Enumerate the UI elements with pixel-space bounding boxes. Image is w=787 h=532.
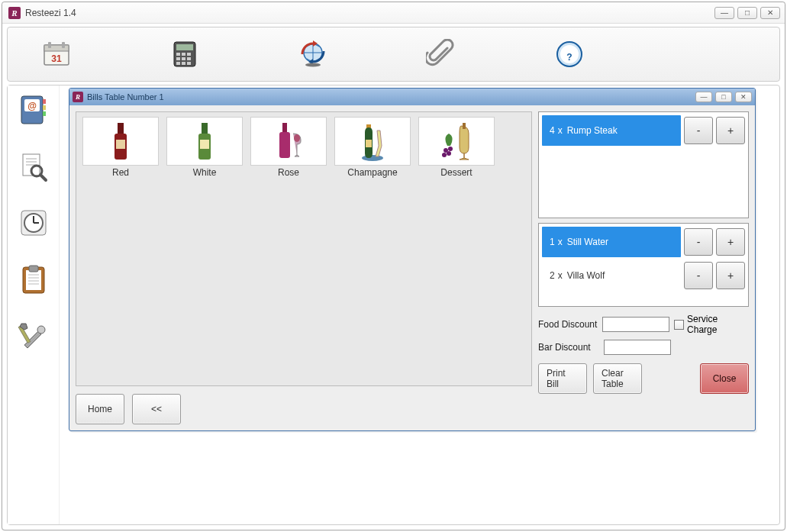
- window-controls: — □ ✕: [714, 7, 780, 19]
- child-titlebar: R Bills Table Number 1 — □ ✕: [69, 89, 755, 105]
- svg-rect-60: [463, 123, 466, 129]
- svg-rect-8: [182, 53, 185, 56]
- child-title: Bills Table Number 1: [87, 92, 695, 102]
- child-minimize-button[interactable]: —: [695, 92, 712, 102]
- svg-rect-59: [366, 140, 372, 147]
- clear-table-button[interactable]: Clear Table: [593, 363, 642, 394]
- search-document-icon[interactable]: [17, 150, 50, 183]
- svg-point-19: [305, 63, 321, 67]
- svg-rect-7: [176, 53, 180, 56]
- order-info: 1 x Still Water: [542, 227, 681, 257]
- svg-rect-3: [62, 42, 65, 48]
- white-wine-icon: [166, 117, 243, 166]
- order-name: Rump Steak: [567, 125, 618, 136]
- rose-wine-icon: [250, 117, 327, 166]
- nav-row: Home <<: [76, 394, 532, 424]
- product-grid: Red White Rose: [76, 111, 532, 386]
- svg-point-46: [37, 326, 45, 334]
- order-name: Villa Wolf: [567, 270, 605, 281]
- increase-button[interactable]: +: [716, 228, 745, 256]
- back-button[interactable]: <<: [132, 394, 181, 424]
- help-icon[interactable]: ?: [551, 37, 588, 71]
- product-rose[interactable]: Rose: [249, 117, 328, 178]
- order-name: Still Water: [567, 237, 608, 247]
- close-button[interactable]: Close: [700, 363, 749, 394]
- inner-area: R Bills Table Number 1 — □ ✕ Red: [60, 85, 779, 524]
- order-qty: 1: [550, 237, 555, 247]
- home-button[interactable]: Home: [76, 394, 124, 424]
- print-bill-button[interactable]: Print Bill: [538, 363, 587, 394]
- svg-point-56: [294, 134, 300, 142]
- spacer: [648, 363, 694, 394]
- svg-rect-51: [202, 123, 208, 134]
- food-discount-input[interactable]: [602, 317, 669, 332]
- left-column: Red White Rose: [76, 111, 532, 424]
- svg-point-63: [442, 153, 447, 157]
- decrease-button[interactable]: -: [684, 262, 713, 289]
- app-window: R Resteezi 1.4 — □ ✕ 31 ? @: [2, 2, 785, 530]
- food-order-list: 4 x Rump Steak - +: [538, 111, 749, 218]
- product-champagne[interactable]: Champagne: [333, 117, 412, 178]
- svg-rect-48: [118, 123, 124, 134]
- child-maximize-button[interactable]: □: [715, 92, 732, 102]
- calculator-icon[interactable]: [166, 37, 203, 71]
- app-icon: R: [8, 7, 21, 19]
- times-glyph: x: [558, 237, 563, 247]
- decrease-button[interactable]: -: [684, 117, 713, 144]
- calendar-icon[interactable]: 31: [38, 37, 75, 71]
- clipboard-icon[interactable]: [17, 263, 50, 296]
- globe-sync-icon[interactable]: [295, 37, 331, 71]
- sidebar: @: [8, 85, 60, 524]
- svg-rect-26: [43, 99, 46, 104]
- main-area: @ R Bills Table Number 1 —: [7, 85, 780, 525]
- app-title: Resteezi 1.4: [25, 8, 714, 18]
- child-app-icon: R: [73, 92, 83, 102]
- svg-rect-40: [26, 270, 41, 290]
- svg-rect-28: [43, 111, 46, 116]
- paperclip-icon[interactable]: [423, 37, 460, 71]
- bar-discount-input[interactable]: [604, 340, 671, 355]
- svg-text:?: ?: [566, 52, 572, 63]
- minimize-button[interactable]: —: [714, 7, 734, 19]
- product-red[interactable]: Red: [81, 117, 160, 178]
- order-qty: 4: [550, 125, 555, 136]
- food-discount-label: Food Discount: [538, 319, 598, 330]
- service-charge-checkbox[interactable]: Service Charge: [674, 314, 749, 335]
- increase-button[interactable]: +: [716, 262, 745, 289]
- order-info: 2 x Villa Wolf: [542, 260, 681, 291]
- clock-icon[interactable]: [17, 206, 50, 240]
- svg-rect-55: [279, 132, 290, 158]
- child-close-button[interactable]: ✕: [735, 92, 752, 102]
- svg-rect-41: [29, 266, 38, 272]
- svg-rect-27: [43, 105, 46, 110]
- product-label: White: [165, 167, 244, 178]
- svg-rect-14: [182, 62, 185, 65]
- product-label: Red: [81, 167, 160, 178]
- svg-rect-11: [182, 57, 185, 60]
- food-discount-row: Food Discount Service Charge: [538, 314, 749, 335]
- increase-button[interactable]: +: [716, 117, 745, 144]
- svg-point-62: [447, 151, 451, 156]
- bar-discount-label: Bar Discount: [538, 342, 599, 353]
- bar-discount-row: Bar Discount: [538, 340, 749, 355]
- close-window-button[interactable]: ✕: [760, 7, 780, 19]
- svg-rect-1: [44, 45, 69, 51]
- svg-rect-50: [116, 140, 125, 149]
- child-window-controls: — □ ✕: [695, 92, 752, 102]
- address-book-icon[interactable]: @: [17, 93, 50, 127]
- champagne-icon: [334, 117, 411, 166]
- tools-icon[interactable]: [17, 319, 50, 353]
- decrease-button[interactable]: -: [684, 228, 713, 256]
- order-row[interactable]: 1 x Still Water - +: [542, 227, 745, 257]
- svg-rect-2: [48, 42, 51, 48]
- order-row[interactable]: 4 x Rump Steak - +: [542, 115, 745, 146]
- order-row[interactable]: 2 x Villa Wolf - +: [542, 260, 745, 291]
- product-dessert[interactable]: Dessert: [417, 117, 496, 178]
- right-column: 4 x Rump Steak - + 1: [538, 111, 749, 424]
- times-glyph: x: [558, 270, 563, 281]
- svg-point-57: [362, 155, 383, 161]
- svg-rect-13: [176, 62, 180, 65]
- drink-order-list: 1 x Still Water - + 2 x: [538, 223, 749, 307]
- product-white[interactable]: White: [165, 117, 244, 178]
- maximize-button[interactable]: □: [737, 7, 757, 19]
